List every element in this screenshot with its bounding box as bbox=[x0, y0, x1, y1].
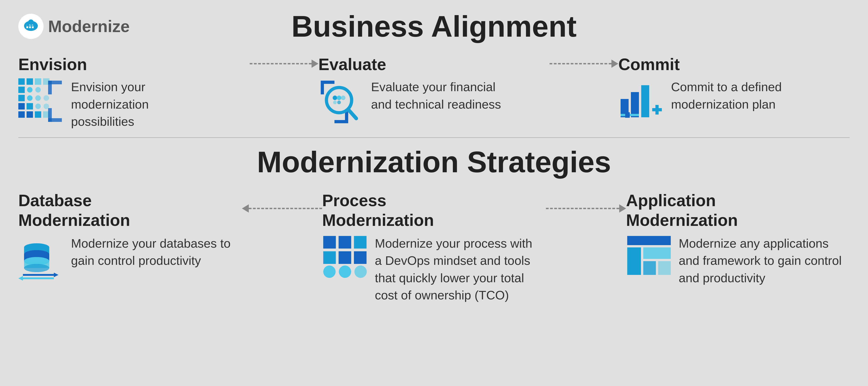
dotted-line-3 bbox=[249, 208, 322, 209]
header: Modernize Business Alignment bbox=[18, 9, 850, 43]
svg-rect-63 bbox=[339, 236, 351, 249]
database-label: Database Modernization bbox=[18, 191, 130, 230]
logo-icon bbox=[18, 14, 43, 39]
svg-point-41 bbox=[333, 101, 337, 104]
envision-icon bbox=[18, 78, 64, 125]
envision-label: Envision bbox=[18, 55, 87, 74]
modernization-strategies-row: Database Modernization bbox=[18, 191, 850, 304]
svg-rect-10 bbox=[18, 78, 25, 85]
svg-rect-66 bbox=[339, 251, 351, 264]
dotted-line-1 bbox=[250, 63, 312, 64]
svg-rect-6 bbox=[32, 26, 34, 28]
svg-point-19 bbox=[35, 95, 41, 101]
svg-point-16 bbox=[35, 87, 41, 93]
process-content: Modernize your process with a DevOps min… bbox=[322, 235, 540, 304]
commit-icon bbox=[618, 78, 664, 125]
evaluate-label: Evaluate bbox=[318, 55, 386, 74]
arrow-right-2 bbox=[612, 60, 618, 68]
svg-rect-48 bbox=[655, 105, 659, 115]
dotted-line-4 bbox=[546, 208, 619, 209]
arrow-right-1 bbox=[312, 60, 318, 68]
arrow-database-process bbox=[242, 191, 322, 213]
database-icon bbox=[18, 235, 64, 282]
evaluate-icon bbox=[318, 78, 364, 130]
svg-rect-5 bbox=[29, 26, 31, 28]
svg-rect-17 bbox=[18, 95, 25, 101]
commit-text: Commit to a defined modernization plan bbox=[671, 78, 808, 113]
svg-rect-72 bbox=[627, 248, 641, 275]
svg-rect-71 bbox=[627, 236, 671, 245]
svg-rect-67 bbox=[354, 251, 367, 264]
svg-marker-59 bbox=[54, 272, 58, 277]
arrow-left-1 bbox=[242, 204, 249, 213]
envision-text: Envision your modernization possibilitie… bbox=[71, 78, 209, 130]
svg-rect-36 bbox=[335, 120, 348, 123]
process-text: Modernize your process with a DevOps min… bbox=[375, 235, 540, 304]
svg-rect-64 bbox=[354, 236, 367, 249]
svg-rect-73 bbox=[643, 248, 671, 259]
application-content: Modernize any applications and framework… bbox=[626, 235, 844, 287]
process-icon bbox=[322, 235, 368, 282]
business-alignment-title: Business Alignment bbox=[18, 9, 850, 43]
modernization-strategies-title: Modernization Strategies bbox=[18, 145, 850, 179]
ms-item-application: Application Modernization Modernize bbox=[626, 191, 850, 287]
svg-rect-34 bbox=[321, 81, 335, 84]
svg-rect-75 bbox=[658, 261, 671, 275]
svg-rect-22 bbox=[27, 103, 33, 109]
svg-point-42 bbox=[337, 101, 341, 104]
logo-area: Modernize bbox=[18, 14, 130, 39]
ba-item-commit: Commit Commit to a defined modernization bbox=[618, 55, 850, 125]
svg-point-57 bbox=[24, 264, 49, 272]
svg-point-20 bbox=[43, 95, 49, 101]
svg-rect-62 bbox=[323, 236, 336, 249]
arrow-evaluate-commit bbox=[550, 55, 618, 68]
application-text: Modernize any applications and framework… bbox=[679, 235, 844, 287]
commit-label: Commit bbox=[618, 55, 680, 74]
svg-rect-50 bbox=[625, 112, 630, 118]
svg-rect-21 bbox=[18, 103, 25, 109]
svg-rect-14 bbox=[18, 87, 25, 93]
business-alignment-row: Envision bbox=[18, 55, 850, 130]
svg-point-39 bbox=[337, 96, 341, 100]
svg-line-43 bbox=[349, 110, 356, 119]
section-divider bbox=[18, 137, 850, 138]
svg-point-8 bbox=[26, 22, 30, 25]
ms-item-database: Database Modernization bbox=[18, 191, 242, 282]
svg-point-69 bbox=[339, 265, 351, 278]
svg-point-15 bbox=[27, 87, 33, 93]
svg-rect-4 bbox=[26, 26, 28, 28]
database-text: Modernize your databases to gain control… bbox=[71, 235, 236, 269]
svg-rect-65 bbox=[323, 251, 336, 264]
ms-item-process: Process Modernization Mo bbox=[322, 191, 546, 304]
svg-rect-74 bbox=[643, 261, 656, 275]
svg-point-68 bbox=[323, 265, 336, 278]
envision-content: Envision your modernization possibilitie… bbox=[18, 78, 209, 130]
svg-point-23 bbox=[35, 103, 41, 109]
svg-rect-32 bbox=[48, 118, 62, 122]
svg-rect-26 bbox=[27, 111, 33, 118]
svg-rect-25 bbox=[18, 111, 25, 118]
dotted-line-2 bbox=[550, 63, 612, 64]
svg-marker-61 bbox=[18, 276, 23, 281]
svg-rect-46 bbox=[641, 85, 649, 117]
evaluate-text: Evaluate your financial and technical re… bbox=[371, 78, 508, 113]
application-icon bbox=[626, 235, 672, 277]
svg-point-9 bbox=[32, 22, 36, 25]
svg-point-38 bbox=[333, 96, 337, 100]
arrow-process-application bbox=[546, 191, 626, 213]
svg-rect-11 bbox=[27, 78, 33, 85]
application-label: Application Modernization bbox=[626, 191, 738, 230]
database-content: Modernize your databases to gain control… bbox=[18, 235, 236, 282]
evaluate-content: Evaluate your financial and technical re… bbox=[318, 78, 508, 130]
logo-text: Modernize bbox=[48, 17, 130, 36]
process-label: Process Modernization bbox=[322, 191, 434, 230]
arrow-right-3 bbox=[619, 204, 626, 213]
svg-rect-30 bbox=[48, 81, 62, 84]
svg-rect-12 bbox=[35, 78, 41, 85]
commit-content: Commit to a defined modernization plan bbox=[618, 78, 808, 125]
svg-point-70 bbox=[354, 265, 367, 278]
svg-point-40 bbox=[341, 96, 345, 100]
svg-point-18 bbox=[27, 95, 33, 101]
ba-item-evaluate: Evaluate bbox=[318, 55, 550, 130]
svg-rect-27 bbox=[35, 111, 41, 118]
